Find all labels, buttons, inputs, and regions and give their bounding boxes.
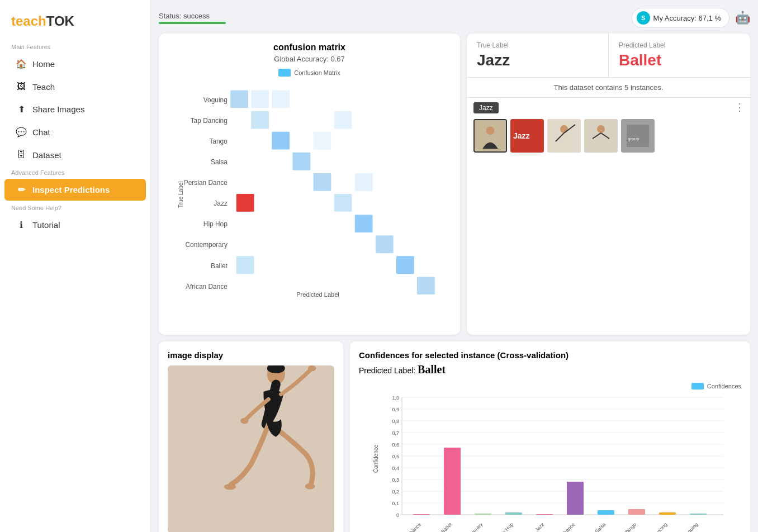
svg-point-46 bbox=[597, 125, 605, 133]
dataset-icon: 🗄 bbox=[16, 150, 27, 160]
dancer-svg bbox=[168, 365, 334, 532]
sidebar-item-label-share: Share Images bbox=[32, 104, 84, 114]
svg-rect-88 bbox=[567, 482, 584, 515]
confusion-matrix-card: confusion matrix Global Accuracy: 0.67 C… bbox=[159, 34, 460, 335]
svg-rect-45 bbox=[584, 119, 618, 153]
logo: teachTOK bbox=[0, 9, 150, 40]
svg-rect-23 bbox=[272, 91, 290, 108]
svg-rect-91 bbox=[659, 512, 676, 515]
svg-text:0,2: 0,2 bbox=[392, 489, 399, 495]
true-label-value: Jazz bbox=[477, 51, 598, 69]
chart-legend-label: Confidences bbox=[707, 383, 741, 390]
svg-point-58 bbox=[240, 418, 248, 424]
image-thumb-4[interactable] bbox=[584, 119, 618, 153]
sidebar-item-inspect-predictions[interactable]: ✏ Inspect Predictions bbox=[4, 179, 146, 201]
svg-point-57 bbox=[308, 365, 316, 371]
label-card-top: True Label Jazz Predicted Label Ballet bbox=[467, 34, 750, 78]
confusion-matrix-title: confusion matrix bbox=[168, 42, 451, 53]
svg-rect-22 bbox=[251, 91, 269, 108]
svg-text:African Dance: African Dance bbox=[396, 522, 422, 532]
jazz-label: Jazz bbox=[473, 102, 499, 113]
svg-text:Contemporary: Contemporary bbox=[185, 241, 227, 249]
confusion-matrix-accuracy: Global Accuracy: 0.67 bbox=[168, 55, 451, 63]
dataset-info: This dataset contains 5 instances. bbox=[467, 78, 750, 98]
dancer-image bbox=[168, 365, 334, 532]
svg-point-55 bbox=[224, 484, 236, 490]
svg-text:Ballet: Ballet bbox=[440, 521, 453, 532]
svg-text:Tango: Tango bbox=[209, 137, 228, 145]
svg-rect-92 bbox=[690, 514, 707, 515]
sidebar-item-label-inspect: Inspect Predictions bbox=[32, 185, 110, 194]
true-label-title: True Label bbox=[477, 41, 598, 49]
inspect-icon: ✏ bbox=[16, 184, 27, 195]
svg-text:Hip Hop: Hip Hop bbox=[498, 522, 514, 532]
sidebar-item-label-dataset: Dataset bbox=[32, 150, 61, 160]
accuracy-button[interactable]: S My Accuracy: 67,1 % bbox=[632, 8, 729, 28]
status-area: Status: success bbox=[159, 12, 226, 24]
sidebar-item-chat[interactable]: 💬 Chat bbox=[4, 121, 146, 143]
svg-text:0,8: 0,8 bbox=[392, 419, 399, 424]
svg-rect-41 bbox=[547, 119, 581, 153]
sidebar-item-teach[interactable]: 🖼 Teach bbox=[4, 76, 146, 97]
share-icon: ⬆ bbox=[16, 104, 27, 115]
svg-text:0,4: 0,4 bbox=[392, 466, 399, 471]
svg-rect-18 bbox=[376, 235, 394, 253]
sidebar-item-home[interactable]: 🏠 Home bbox=[4, 53, 146, 75]
svg-rect-13 bbox=[292, 153, 310, 170]
chart-legend-box bbox=[691, 383, 704, 390]
svg-text:Hip Hop: Hip Hop bbox=[203, 220, 228, 228]
predicted-label-section: Predicted Label Ballet bbox=[608, 34, 750, 77]
image-display-title: image display bbox=[168, 350, 334, 360]
svg-rect-20 bbox=[236, 256, 254, 274]
sidebar-item-dataset[interactable]: 🗄 Dataset bbox=[4, 144, 146, 165]
svg-text:African Dance: African Dance bbox=[186, 283, 228, 291]
home-icon: 🏠 bbox=[16, 59, 27, 69]
svg-rect-25 bbox=[314, 132, 331, 150]
svg-rect-24 bbox=[334, 111, 352, 129]
svg-text:0,7: 0,7 bbox=[392, 430, 399, 436]
robot-avatar[interactable]: 🤖 bbox=[735, 11, 750, 25]
chat-icon: 💬 bbox=[16, 127, 27, 137]
predicted-label-text: Predicted Label: Ballet bbox=[359, 363, 741, 376]
predicted-label-bold: Ballet bbox=[418, 363, 446, 376]
topbar: Status: success S My Accuracy: 67,1 % 🤖 bbox=[159, 6, 750, 34]
image-thumb-5[interactable]: group bbox=[621, 119, 655, 153]
main-content: Status: success S My Accuracy: 67,1 % 🤖 … bbox=[151, 0, 758, 532]
status-text: Status: success bbox=[159, 12, 226, 20]
more-options-icon[interactable]: ⋮ bbox=[735, 101, 745, 113]
predicted-label-value: Ballet bbox=[619, 51, 740, 69]
svg-text:Tango: Tango bbox=[624, 522, 637, 532]
sidebar-item-share-images[interactable]: ⬆ Share Images bbox=[4, 98, 146, 120]
true-label-section: True Label Jazz bbox=[467, 34, 608, 77]
matrix-container: True Label Voguing Tap Dancing Tango Sal… bbox=[168, 80, 451, 326]
image-thumb-2[interactable]: Jazz bbox=[510, 119, 544, 153]
image-thumb-3[interactable] bbox=[547, 119, 581, 153]
svg-point-42 bbox=[560, 125, 568, 133]
tutorial-icon: ℹ bbox=[16, 220, 27, 230]
svg-text:Voguing: Voguing bbox=[203, 96, 228, 104]
svg-rect-83 bbox=[413, 514, 430, 515]
svg-text:group: group bbox=[628, 136, 639, 141]
svg-text:Voguing: Voguing bbox=[682, 522, 699, 532]
svg-text:0,3: 0,3 bbox=[392, 477, 399, 483]
svg-rect-26 bbox=[355, 173, 373, 191]
accuracy-label: My Accuracy: 67,1 % bbox=[653, 14, 721, 22]
svg-rect-50 bbox=[627, 125, 649, 147]
sidebar-item-label-teach: Teach bbox=[32, 82, 55, 92]
image-thumb-1[interactable] bbox=[473, 119, 507, 153]
svg-text:0,6: 0,6 bbox=[392, 442, 399, 448]
images-section: ⋮ Jazz Jazz bbox=[467, 98, 750, 158]
confidence-title: Confidences for selected instance (Cross… bbox=[359, 350, 741, 360]
svg-text:1,0: 1,0 bbox=[392, 395, 399, 401]
svg-rect-21 bbox=[417, 277, 435, 294]
svg-rect-19 bbox=[396, 256, 414, 274]
predicted-label-title: Predicted Label bbox=[619, 41, 740, 49]
svg-text:0,9: 0,9 bbox=[392, 407, 399, 412]
svg-rect-87 bbox=[536, 514, 553, 515]
svg-text:Jazz: Jazz bbox=[513, 131, 530, 140]
svg-rect-90 bbox=[628, 509, 645, 515]
svg-rect-89 bbox=[598, 510, 614, 515]
sidebar-item-tutorial[interactable]: ℹ Tutorial bbox=[4, 214, 146, 236]
svg-text:Salsa: Salsa bbox=[211, 158, 228, 166]
svg-text:Salsa: Salsa bbox=[594, 522, 607, 532]
